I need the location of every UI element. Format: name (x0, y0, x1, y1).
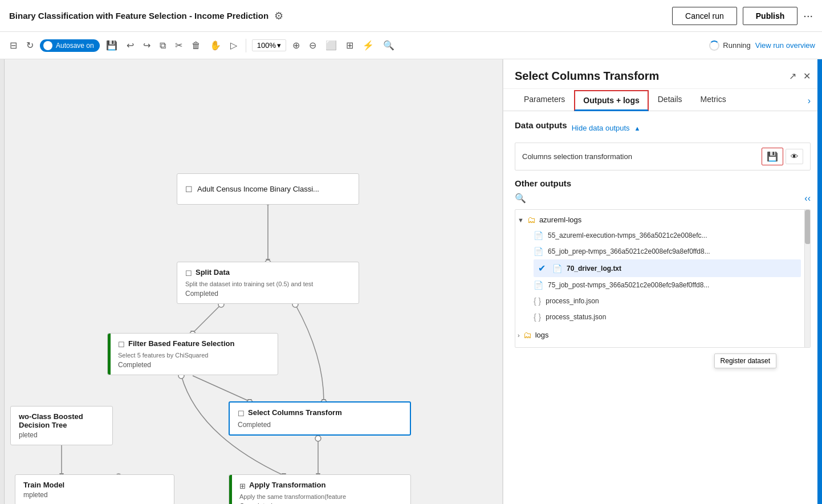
zoom-value: 100% (257, 41, 276, 50)
select-title: Select Columns Transform (248, 408, 342, 417)
collapse-arrow[interactable]: ‹‹ (804, 193, 811, 204)
tabs-chevron-right[interactable]: › (808, 96, 811, 106)
redo-icon[interactable]: ↪ (140, 38, 153, 53)
logs-folder-name: logs (535, 331, 549, 339)
filter-feature-node[interactable]: ☐ Filter Based Feature Selection Select … (107, 333, 278, 375)
save-icon[interactable]: 💾 (103, 38, 120, 53)
delete-icon[interactable]: 🗑 (189, 38, 204, 53)
refresh-icon[interactable]: ↻ (23, 38, 36, 53)
panel-blue-strip (817, 59, 822, 504)
settings-icon[interactable]: ⚙ (274, 10, 283, 22)
file-75[interactable]: 📄 75_job_post-tvmps_366a5021c2e008efc9a8… (534, 277, 801, 293)
copy-icon[interactable]: ⧉ (157, 38, 169, 53)
tree-children: 📄 55_azureml-execution-tvmps_366a5021c2e… (534, 227, 801, 325)
tab-metrics[interactable]: Metrics (691, 89, 735, 111)
eye-icon: 👁 (791, 152, 798, 161)
preview-button[interactable]: 👁 (786, 149, 803, 164)
more-options-icon[interactable]: ··· (803, 9, 813, 22)
main-content: ☐ Adult Census Income Binary Classi... ☐… (0, 59, 822, 504)
adult-census-node[interactable]: ☐ Adult Census Income Binary Classi... (177, 173, 359, 205)
right-panel: Select Columns Transform ↗ ✕ Parameters … (503, 59, 822, 504)
zoom-control[interactable]: 100% ▾ (252, 39, 286, 51)
filter-title: Filter Based Feature Selection (128, 339, 234, 348)
folder-chevron-down: ▼ (518, 217, 524, 223)
close-panel-icon[interactable]: ✕ (803, 71, 811, 82)
split-data-title: Split Data (196, 268, 230, 277)
data-outputs-label: Data outputs (515, 120, 567, 130)
hide-chevron-icon[interactable]: ▲ (634, 125, 641, 132)
file-70[interactable]: ✔ 📄 70_driver_log.txt (534, 259, 801, 277)
panel-header-icons: ↗ ✕ (789, 71, 811, 82)
register-dataset-button[interactable]: 💾 (762, 148, 783, 165)
two-class-node[interactable]: wo-Class Boosted Decision Tree pleted (10, 406, 113, 445)
tab-parameters[interactable]: Parameters (515, 89, 574, 111)
data-output-container: Columns selection transformation 💾 👁 Reg… (515, 143, 811, 170)
apply-transformation-node[interactable]: ⊞ Apply Transformation Apply the same tr… (229, 474, 411, 504)
select-icon: ☐ (238, 409, 245, 418)
panels-icon[interactable]: ⊟ (7, 38, 20, 53)
file-name-process-status: process_status.json (546, 313, 606, 321)
svg-line-2 (193, 304, 221, 333)
data-outputs-header: Data outputs Hide data outputs ▲ (515, 120, 811, 136)
train-model-status: mpleted (23, 491, 166, 499)
top-bar-right: Cancel run Publish ··· (672, 7, 813, 25)
zoom-out-icon[interactable]: ⊖ (306, 38, 319, 53)
json-icon-info: { } (534, 296, 541, 306)
split-icon: ☐ (185, 269, 192, 278)
train-model-node[interactable]: Train Model mpleted (15, 474, 174, 504)
file-tree-container: ▼ 🗂 azureml-logs 📄 55_azureml-execution-… (515, 209, 811, 348)
split-data-sub: Split the dataset into training set (0.5… (185, 281, 351, 287)
scrollbar-thumb[interactable] (805, 210, 811, 244)
flash-icon[interactable]: ⚡ (360, 38, 377, 53)
tab-outputs-logs[interactable]: Outputs + logs (574, 90, 648, 111)
publish-button[interactable]: Publish (743, 7, 798, 25)
canvas[interactable]: ☐ Adult Census Income Binary Classi... ☐… (5, 59, 503, 504)
file-name-55: 55_azureml-execution-tvmps_366a5021c2e00… (548, 231, 707, 239)
select-columns-node[interactable]: ☐ Select Columns Transform Completed (229, 401, 411, 436)
file-name-65: 65_job_prep-tvmps_366a5021c2e008efc9a8ef… (548, 247, 710, 255)
register-dataset-tooltip: Register dataset (714, 353, 776, 368)
node-title: Adult Census Income Binary Classi... (197, 185, 319, 193)
search-icon[interactable]: 🔍 (515, 193, 526, 204)
json-icon-status: { } (534, 312, 541, 322)
file-process-info[interactable]: { } process_info.json (534, 293, 801, 309)
other-outputs-label: Other outputs (515, 178, 811, 188)
split-data-node[interactable]: ☐ Split Data Split the dataset into trai… (177, 262, 359, 304)
register-icon: 💾 (767, 152, 778, 161)
cut-icon[interactable]: ✂ (172, 38, 185, 53)
search-canvas-icon[interactable]: 🔍 (380, 38, 397, 53)
run-icon[interactable]: ▷ (227, 38, 240, 53)
toolbar-right: Running View run overview (709, 40, 815, 51)
hide-data-outputs-link[interactable]: Hide data outputs (572, 124, 630, 132)
file-55[interactable]: 📄 55_azureml-execution-tvmps_366a5021c2e… (534, 227, 801, 243)
file-65[interactable]: 📄 65_job_prep-tvmps_366a5021c2e008efc9a8… (534, 243, 801, 259)
file-process-status[interactable]: { } process_status.json (534, 309, 801, 325)
zoom-in-icon[interactable]: ⊕ (290, 38, 303, 53)
logs-folder-header[interactable]: › 🗂 logs (518, 327, 801, 343)
pan-icon[interactable]: ✋ (207, 38, 224, 53)
expand-icon[interactable]: ↗ (789, 71, 796, 82)
file-name-70: 70_driver_log.txt (567, 265, 621, 273)
cancel-run-button[interactable]: Cancel run (672, 7, 737, 25)
minimap-icon[interactable]: ⊞ (343, 38, 356, 53)
doc-icon-55: 📄 (534, 231, 543, 240)
fit-view-icon[interactable]: ⬜ (323, 38, 340, 53)
panel-tabs: Parameters Outputs + logs Details Metric… (503, 89, 822, 111)
azureml-logs-header[interactable]: ▼ 🗂 azureml-logs (518, 212, 801, 227)
autosave-toggle[interactable]: Autosave on (40, 39, 100, 52)
search-row: 🔍 ‹‹ (515, 193, 811, 204)
filter-status: Completed (118, 361, 270, 369)
zoom-chevron: ▾ (277, 41, 281, 50)
view-run-link[interactable]: View run overview (755, 41, 815, 50)
scrollbar[interactable] (804, 210, 810, 347)
undo-icon[interactable]: ↩ (124, 38, 137, 53)
filter-sub: Select 5 features by ChiSquared (118, 352, 270, 359)
apply-sub: Apply the same transformation(feature (239, 493, 402, 500)
tab-details[interactable]: Details (649, 89, 691, 111)
two-class-status: pleted (19, 431, 104, 439)
select-status: Completed (238, 421, 402, 429)
toggle-circle (43, 41, 52, 50)
file-name-75: 75_job_post-tvmps_366a5021c2e008efc9a8ef… (548, 281, 709, 289)
panel-title: Select Columns Transform (515, 70, 659, 83)
split-data-status: Completed (185, 290, 351, 298)
